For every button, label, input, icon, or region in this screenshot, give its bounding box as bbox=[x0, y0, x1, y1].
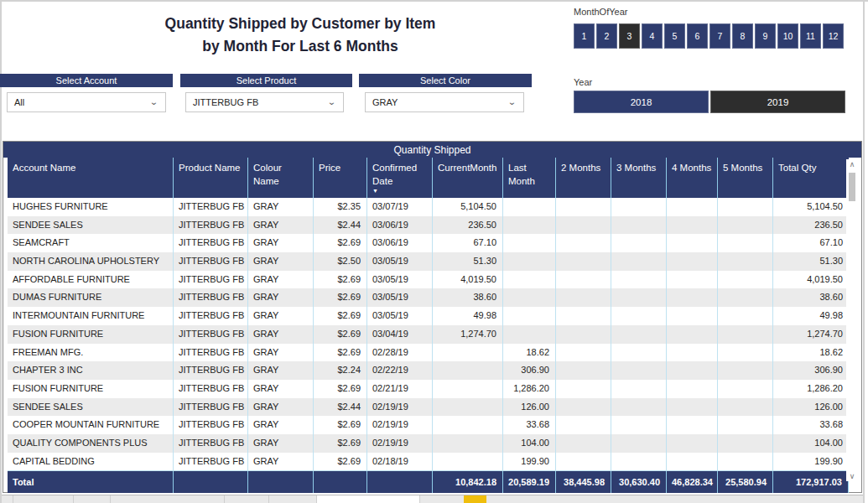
table-cell bbox=[556, 234, 611, 252]
table-cell: 1,286.20 bbox=[503, 380, 556, 398]
month-button-8[interactable]: 8 bbox=[732, 23, 753, 49]
table-cell: JITTERBUG FB bbox=[174, 380, 248, 398]
column-header-5-months[interactable]: 5 Months bbox=[718, 158, 773, 198]
page-title-line1: Quantity Shipped by Customer by Item bbox=[82, 13, 518, 35]
month-button-9[interactable]: 9 bbox=[755, 23, 776, 49]
table-row[interactable]: HUGHES FURNITUREJITTERBUG FBGRAY$2.3503/… bbox=[8, 198, 849, 216]
column-header-confirmed-date[interactable]: Confirmed Date▼ bbox=[367, 158, 433, 198]
table-row[interactable]: CAPITAL BEDDINGJITTERBUG FBGRAY$2.6902/1… bbox=[8, 453, 849, 471]
table-cell bbox=[503, 307, 556, 325]
table-cell bbox=[667, 398, 718, 417]
column-header-3-months[interactable]: 3 Months bbox=[611, 158, 667, 198]
month-button-6[interactable]: 6 bbox=[687, 23, 708, 49]
year-button-2018[interactable]: 2018 bbox=[574, 91, 709, 113]
month-button-7[interactable]: 7 bbox=[709, 23, 730, 49]
table-row[interactable]: COOPER MOUNTAIN FURNITUREJITTERBUG FBGRA… bbox=[8, 416, 849, 434]
product-dropdown[interactable]: JITTERBUG FB ⌄ bbox=[185, 92, 344, 112]
table-cell bbox=[433, 453, 503, 471]
table-cell: $2.69 bbox=[314, 453, 367, 471]
table-cell: 18.62 bbox=[503, 344, 556, 362]
table-cell: JITTERBUG FB bbox=[174, 216, 248, 235]
account-dropdown[interactable]: All ⌄ bbox=[7, 92, 166, 112]
color-dropdown[interactable]: GRAY ⌄ bbox=[365, 92, 524, 112]
month-button-11[interactable]: 11 bbox=[800, 23, 821, 49]
table-cell: SEAMCRAFT bbox=[8, 234, 174, 252]
table-cell: GRAY bbox=[248, 216, 314, 235]
table-scrollbar[interactable]: ∧ ∨ bbox=[846, 159, 858, 481]
table-cell: 5,104.50 bbox=[773, 198, 849, 216]
table-cell: $2.69 bbox=[314, 325, 367, 344]
tab-divider bbox=[13, 495, 13, 503]
table-cell bbox=[611, 325, 667, 344]
table-row[interactable]: SEAMCRAFTJITTERBUG FBGRAY$2.6903/06/1967… bbox=[8, 234, 849, 252]
table-row[interactable]: NORTH CAROLINA UPHOLSTERYJITTERBUG FBGRA… bbox=[8, 252, 849, 271]
column-header-last-month[interactable]: Last Month bbox=[503, 158, 556, 198]
table-cell bbox=[611, 216, 667, 235]
chevron-up-icon[interactable]: ∧ bbox=[846, 159, 858, 169]
table-cell: GRAY bbox=[248, 271, 314, 289]
table-cell: JITTERBUG FB bbox=[174, 416, 248, 434]
select-account-header: Select Account bbox=[0, 74, 173, 87]
month-button-12[interactable]: 12 bbox=[823, 23, 844, 49]
table-row[interactable]: AFFORDABLE FURNITUREJITTERBUG FBGRAY$2.6… bbox=[8, 271, 849, 289]
chevron-down-icon[interactable]: ∨ bbox=[846, 471, 858, 481]
total-cell: 10,842.18 bbox=[433, 471, 503, 493]
table-cell: 03/06/19 bbox=[367, 216, 433, 235]
month-button-1[interactable]: 1 bbox=[574, 23, 595, 49]
table-cell bbox=[556, 252, 611, 271]
column-header-product-name[interactable]: Product Name bbox=[174, 158, 248, 198]
table-cell: 126.00 bbox=[773, 398, 849, 417]
month-button-4[interactable]: 4 bbox=[642, 23, 663, 49]
table-row[interactable]: DUMAS FURNITUREJITTERBUG FBGRAY$2.6903/0… bbox=[8, 288, 849, 307]
table-cell bbox=[433, 434, 503, 453]
column-header-label: 3 Months bbox=[616, 163, 656, 173]
table-cell bbox=[556, 453, 611, 471]
month-button-5[interactable]: 5 bbox=[664, 23, 685, 49]
powerbi-report-page: Quantity Shipped by Customer by Item by … bbox=[0, 0, 868, 503]
table-row[interactable]: INTERMOUNTAIN FURNITUREJITTERBUG FBGRAY$… bbox=[8, 307, 849, 325]
table-row[interactable]: SENDEE SALESJITTERBUG FBGRAY$2.4403/06/1… bbox=[8, 216, 849, 235]
table-cell: CHAPTER 3 INC bbox=[8, 361, 174, 380]
table-cell: GRAY bbox=[248, 453, 314, 471]
column-header-colour-name[interactable]: Colour Name bbox=[248, 158, 314, 198]
column-header-label: Total Qty bbox=[778, 163, 816, 173]
column-header-price[interactable]: Price bbox=[314, 158, 367, 198]
table-row[interactable]: SENDEE SALESJITTERBUG FBGRAY$2.4402/19/1… bbox=[8, 398, 849, 417]
column-header-4-months[interactable]: 4 Months bbox=[667, 158, 718, 198]
table-cell bbox=[667, 307, 718, 325]
table-cell bbox=[433, 398, 503, 417]
total-cell bbox=[314, 471, 367, 493]
active-page-tab[interactable] bbox=[316, 495, 420, 503]
column-header-account-name[interactable]: Account Name bbox=[8, 158, 174, 198]
page-border-top bbox=[0, 0, 868, 2]
column-header-label: 5 Months bbox=[723, 163, 762, 173]
scrollbar-thumb[interactable] bbox=[849, 173, 855, 201]
table-cell: JITTERBUG FB bbox=[174, 344, 248, 362]
table-row[interactable]: FUSION FURNITUREJITTERBUG FBGRAY$2.6903/… bbox=[8, 325, 849, 344]
month-button-10[interactable]: 10 bbox=[777, 23, 798, 49]
table-cell bbox=[556, 380, 611, 398]
month-button-2[interactable]: 2 bbox=[596, 23, 617, 49]
page-border-right bbox=[863, 0, 865, 503]
year-button-2019[interactable]: 2019 bbox=[710, 91, 845, 113]
column-header-currentmonth[interactable]: CurrentMonth bbox=[433, 158, 503, 198]
total-cell: 30,630.40 bbox=[611, 471, 667, 493]
table-cell: AFFORDABLE FURNITURE bbox=[8, 271, 174, 289]
account-dropdown-value: All bbox=[14, 97, 24, 107]
table-cell: GRAY bbox=[248, 288, 314, 307]
table-cell: 306.90 bbox=[503, 361, 556, 380]
table-row[interactable]: CHAPTER 3 INCJITTERBUG FBGRAY$2.2402/22/… bbox=[8, 361, 849, 380]
table-cell bbox=[667, 416, 718, 434]
highlighted-page-tab[interactable] bbox=[464, 495, 486, 503]
table-cell: $2.69 bbox=[314, 307, 367, 325]
table-row[interactable]: FREEMAN MFG.JITTERBUG FBGRAY$2.6902/28/1… bbox=[8, 344, 849, 362]
table-cell: 67.10 bbox=[433, 234, 503, 252]
column-header-2-months[interactable]: 2 Months bbox=[556, 158, 611, 198]
month-button-3[interactable]: 3 bbox=[619, 23, 640, 49]
column-header-total-qty[interactable]: Total Qty bbox=[773, 158, 849, 198]
table-cell bbox=[667, 434, 718, 453]
table-row[interactable]: FUSION FURNITUREJITTERBUG FBGRAY$2.6902/… bbox=[8, 380, 849, 398]
table-row[interactable]: QUALITY COMPONENTS PLUSJITTERBUG FBGRAY$… bbox=[8, 434, 849, 453]
table-cell bbox=[433, 361, 503, 380]
table-cell bbox=[718, 234, 773, 252]
